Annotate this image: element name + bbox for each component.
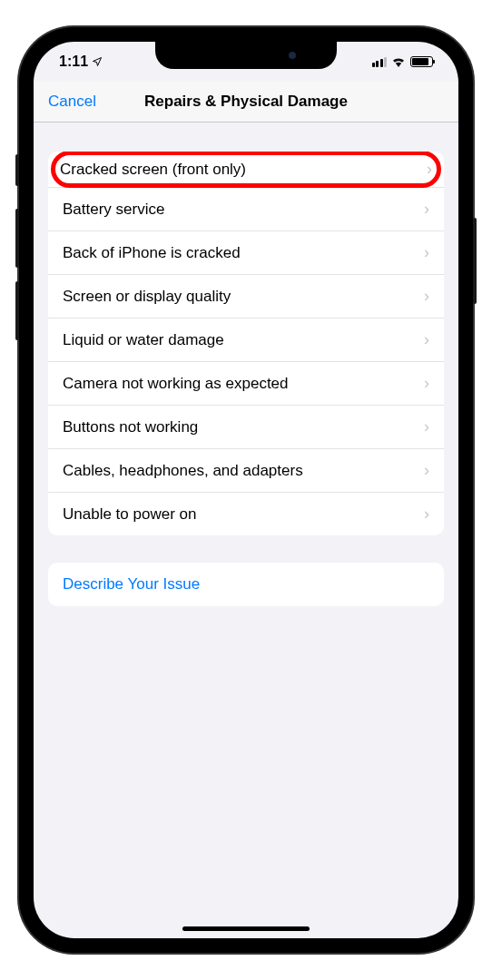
location-icon bbox=[92, 56, 103, 67]
front-camera bbox=[289, 52, 296, 59]
option-screen-quality[interactable]: Screen or display quality › bbox=[48, 275, 444, 318]
home-indicator[interactable] bbox=[182, 926, 310, 931]
screen: 1:11 Cancel Repairs & Phy bbox=[34, 42, 458, 938]
signal-icon bbox=[372, 57, 388, 67]
option-label: Screen or display quality bbox=[63, 288, 424, 306]
wifi-icon bbox=[391, 56, 406, 67]
option-label: Unable to power on bbox=[63, 505, 424, 524]
cancel-button[interactable]: Cancel bbox=[48, 93, 96, 111]
chevron-right-icon: › bbox=[427, 160, 432, 179]
chevron-right-icon: › bbox=[424, 243, 429, 262]
status-time: 1:11 bbox=[59, 54, 88, 70]
option-label: Back of iPhone is cracked bbox=[63, 244, 424, 262]
option-back-cracked[interactable]: Back of iPhone is cracked › bbox=[48, 231, 444, 275]
chevron-right-icon: › bbox=[424, 330, 429, 349]
option-label: Camera not working as expected bbox=[63, 375, 424, 393]
chevron-right-icon: › bbox=[424, 461, 429, 480]
status-right bbox=[372, 56, 434, 67]
chevron-right-icon: › bbox=[424, 417, 429, 436]
describe-label: Describe Your Issue bbox=[63, 575, 200, 593]
battery-icon bbox=[410, 56, 433, 67]
options-list: Cracked screen (front only) › Battery se… bbox=[48, 152, 444, 535]
option-label: Cables, headphones, and adapters bbox=[63, 462, 424, 480]
option-liquid-damage[interactable]: Liquid or water damage › bbox=[48, 318, 444, 362]
option-buttons[interactable]: Buttons not working › bbox=[48, 406, 444, 449]
phone-frame: 1:11 Cancel Repairs & Phy bbox=[19, 27, 473, 953]
nav-header: Cancel Repairs & Physical Damage bbox=[34, 82, 458, 122]
volume-up-button bbox=[15, 209, 19, 268]
power-button bbox=[473, 218, 477, 304]
volume-down-button bbox=[15, 281, 19, 340]
option-cracked-screen[interactable]: Cracked screen (front only) › bbox=[48, 152, 444, 188]
option-label: Battery service bbox=[63, 201, 424, 219]
option-label: Liquid or water damage bbox=[63, 331, 424, 349]
chevron-right-icon: › bbox=[424, 287, 429, 306]
notch bbox=[155, 42, 337, 69]
list-container: Cracked screen (front only) › Battery se… bbox=[34, 122, 458, 606]
describe-issue-button[interactable]: Describe Your Issue bbox=[48, 563, 444, 606]
option-label: Cracked screen (front only) bbox=[60, 161, 427, 179]
option-cables[interactable]: Cables, headphones, and adapters › bbox=[48, 449, 444, 493]
mute-switch bbox=[15, 154, 19, 186]
page-title: Repairs & Physical Damage bbox=[48, 93, 444, 111]
option-label: Buttons not working bbox=[63, 418, 424, 436]
chevron-right-icon: › bbox=[424, 374, 429, 393]
option-power[interactable]: Unable to power on › bbox=[48, 493, 444, 535]
option-camera[interactable]: Camera not working as expected › bbox=[48, 362, 444, 406]
chevron-right-icon: › bbox=[424, 200, 429, 219]
content: Cancel Repairs & Physical Damage Cracked… bbox=[34, 42, 458, 938]
chevron-right-icon: › bbox=[424, 505, 429, 524]
status-left: 1:11 bbox=[59, 54, 103, 70]
option-battery-service[interactable]: Battery service › bbox=[48, 188, 444, 231]
